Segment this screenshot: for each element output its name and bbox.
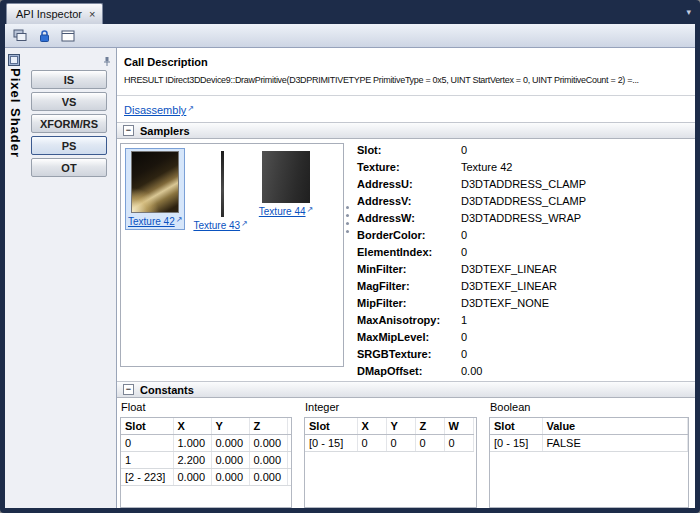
boolean-constants-panel: Boolean Slot Value [0 - 15] FALSE bbox=[489, 400, 689, 508]
property-value: D3DTADDRESS_CLAMP bbox=[461, 195, 586, 212]
property-value: 0 bbox=[461, 246, 467, 263]
cell: 0.000 bbox=[211, 469, 249, 486]
cell: 0.000 bbox=[249, 435, 287, 452]
texture-44-link[interactable]: Texture 44↗ bbox=[259, 205, 313, 217]
property-row: Slot:0 bbox=[357, 144, 692, 161]
float-label: Float bbox=[120, 400, 292, 417]
texture-44-thumbnail[interactable] bbox=[262, 151, 310, 203]
property-value: Texture 42 bbox=[461, 161, 512, 178]
samplers-section-header: − Samplers bbox=[117, 122, 695, 139]
property-name: MaxMipLevel: bbox=[357, 331, 461, 348]
texture-item-43[interactable]: Texture 43↗ bbox=[190, 148, 250, 234]
cell: 0.000 bbox=[249, 469, 287, 486]
column-header: Slot bbox=[305, 418, 357, 435]
column-header: Slot bbox=[490, 418, 542, 435]
column-header: X bbox=[357, 418, 386, 435]
property-value: 0.00 bbox=[461, 365, 482, 382]
property-name: MinFilter: bbox=[357, 263, 461, 280]
splitter-grip[interactable] bbox=[346, 206, 350, 238]
tab-api-inspector[interactable]: API Inspector × bbox=[6, 3, 103, 24]
table-row[interactable]: 1 2.200 0.000 0.000 0.000 bbox=[121, 452, 292, 469]
texture-item-44[interactable]: Texture 44↗ bbox=[256, 148, 316, 220]
cell: 0.000 bbox=[287, 452, 292, 469]
property-value: 0 bbox=[461, 229, 467, 246]
table-row[interactable]: [2 - 223] 0.000 0.000 0.000 0.000 bbox=[121, 469, 292, 486]
table-row[interactable]: 0 1.000 0.000 0.000 0.000 bbox=[121, 435, 292, 452]
property-row: MipFilter:D3DTEXF_NONE bbox=[357, 297, 692, 314]
texture-42-thumbnail[interactable] bbox=[131, 151, 179, 213]
cell: 0.000 bbox=[211, 435, 249, 452]
property-name: MaxAnisotropy: bbox=[357, 314, 461, 331]
tab-label: API Inspector bbox=[16, 8, 82, 20]
constants-section-title: Constants bbox=[140, 384, 194, 396]
property-name: DMapOffset: bbox=[357, 365, 461, 382]
column-header: Value bbox=[542, 418, 688, 435]
tab-close-icon[interactable]: × bbox=[89, 9, 95, 19]
property-value: D3DTADDRESS_WRAP bbox=[461, 212, 581, 229]
column-header: W bbox=[444, 418, 473, 435]
column-header: Slot bbox=[121, 418, 173, 435]
property-value: 0 bbox=[461, 348, 467, 365]
samplers-section-title: Samplers bbox=[140, 125, 190, 137]
property-value: 1 bbox=[461, 314, 467, 331]
property-name: AddressV: bbox=[357, 195, 461, 212]
sampler-properties: Slot:0 Texture:Texture 42 AddressU:D3DTA… bbox=[357, 144, 692, 382]
property-value: D3DTEXF_LINEAR bbox=[461, 263, 557, 280]
external-link-icon: ↗ bbox=[307, 205, 314, 214]
table-header-row: Slot X Y Z W bbox=[305, 418, 473, 435]
lock-icon[interactable] bbox=[33, 26, 55, 46]
texture-item-42[interactable]: Texture 42↗ bbox=[125, 148, 185, 230]
property-value: D3DTADDRESS_CLAMP bbox=[461, 178, 586, 195]
table-row[interactable]: [0 - 15] FALSE bbox=[490, 435, 688, 452]
collapse-samplers-icon[interactable]: − bbox=[123, 125, 134, 136]
property-row: MagFilter:D3DTEXF_LINEAR bbox=[357, 280, 692, 297]
nav-button-ot[interactable]: OT bbox=[31, 158, 107, 177]
property-name: MipFilter: bbox=[357, 297, 461, 314]
chevron-down-icon[interactable]: ▾ bbox=[686, 7, 691, 17]
disassembly-link[interactable]: Disassembly↗ bbox=[124, 104, 194, 116]
cell: 0 bbox=[121, 435, 173, 452]
texture-43-link[interactable]: Texture 43↗ bbox=[193, 219, 247, 231]
property-value: 0 bbox=[461, 331, 467, 348]
boolean-table-box: Slot Value [0 - 15] FALSE bbox=[489, 417, 689, 508]
cell: 0.000 bbox=[211, 452, 249, 469]
cascade-windows-icon[interactable] bbox=[9, 26, 31, 46]
cell: 0.000 bbox=[249, 452, 287, 469]
boolean-label: Boolean bbox=[489, 400, 689, 417]
collapse-constants-icon[interactable]: − bbox=[123, 384, 134, 395]
pin-icon[interactable] bbox=[102, 53, 112, 71]
property-name: BorderColor: bbox=[357, 229, 461, 246]
table-row[interactable]: [0 - 15] 0 0 0 0 bbox=[305, 435, 473, 452]
integer-constants-panel: Integer Slot X Y Z W [0 - 1 bbox=[304, 400, 477, 508]
texture-thumbnail-panel: Texture 42↗ Texture 43↗ Texture 44↗ bbox=[120, 143, 344, 367]
column-header: X bbox=[173, 418, 211, 435]
constants-area: Float Slot X Y Z W 0 bbox=[117, 400, 695, 508]
pixel-shader-panel: Pixel Shader IS VS XFORM/RS PS OT bbox=[5, 48, 117, 508]
texture-43-label: Texture 43 bbox=[193, 220, 240, 231]
column-header: Z bbox=[415, 418, 444, 435]
texture-44-label: Texture 44 bbox=[259, 206, 306, 217]
cell: [0 - 15] bbox=[490, 435, 542, 452]
integer-table-box: Slot X Y Z W [0 - 15] 0 0 0 bbox=[304, 417, 477, 508]
property-name: ElementIndex: bbox=[357, 246, 461, 263]
toolbar bbox=[5, 24, 695, 48]
property-row: AddressV:D3DTADDRESS_CLAMP bbox=[357, 195, 692, 212]
property-name: Texture: bbox=[357, 161, 461, 178]
window-icon[interactable] bbox=[57, 26, 79, 46]
property-name: AddressW: bbox=[357, 212, 461, 229]
cell: FALSE bbox=[542, 435, 688, 452]
float-constants-panel: Float Slot X Y Z W 0 bbox=[120, 400, 292, 508]
property-row: MaxMipLevel:0 bbox=[357, 331, 692, 348]
texture-42-link[interactable]: Texture 42↗ bbox=[128, 215, 182, 227]
nav-button-xform-rs[interactable]: XFORM/RS bbox=[31, 114, 107, 133]
nav-button-is[interactable]: IS bbox=[31, 70, 107, 89]
nav-button-ps[interactable]: PS bbox=[31, 136, 107, 155]
float-constants-table: Slot X Y Z W 0 1.000 0.000 0.000 bbox=[121, 418, 292, 486]
property-row: AddressU:D3DTADDRESS_CLAMP bbox=[357, 178, 692, 195]
column-header: Z bbox=[249, 418, 287, 435]
texture-42-label: Texture 42 bbox=[128, 216, 175, 227]
nav-button-vs[interactable]: VS bbox=[31, 92, 107, 111]
property-value: D3DTEXF_NONE bbox=[461, 297, 549, 314]
texture-43-thumbnail[interactable] bbox=[197, 151, 245, 217]
cell: 0 bbox=[357, 435, 386, 452]
